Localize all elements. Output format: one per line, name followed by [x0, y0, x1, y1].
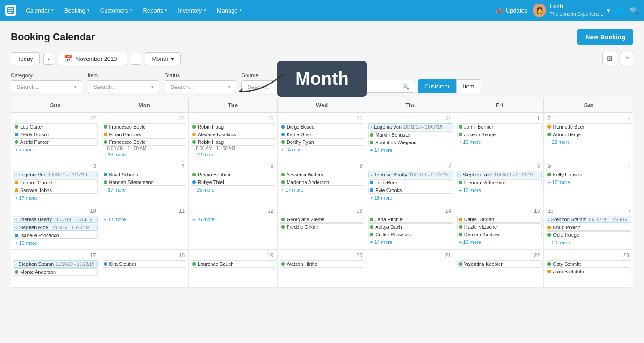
span-booking[interactable]: › Stephon Stamm 11/16/19 - 11/23/19 — [546, 216, 631, 223]
span-booking[interactable]: › Stephen Rice 11/08/19 - 11/13/19 — [457, 171, 542, 178]
list-item[interactable]: Julio Beer — [368, 179, 453, 186]
list-item[interactable]: Georgiana Zieme — [280, 216, 364, 223]
list-item[interactable]: Monte Anderson — [13, 268, 98, 276]
nav-calendar[interactable]: Calendar ▾ — [21, 4, 58, 17]
more-link[interactable]: + 13 more — [102, 151, 187, 158]
list-item[interactable]: Odie Hoeger — [546, 231, 631, 238]
list-item[interactable]: Diego Bosco — [280, 123, 364, 130]
nav-inventory[interactable]: Inventory ▾ — [174, 4, 210, 17]
list-item[interactable]: Robin Haag — [191, 138, 275, 146]
nav-reports[interactable]: Reports ▾ — [139, 4, 172, 17]
list-item[interactable]: Kraig Pollich — [546, 224, 631, 231]
more-link[interactable]: + 16 more — [457, 238, 542, 246]
list-item[interactable]: Valentina Keebler — [457, 260, 542, 268]
list-item[interactable]: Karlie Grant — [280, 131, 364, 138]
list-item[interactable]: Arturo Berge — [546, 131, 631, 138]
list-item[interactable]: Zelda Gibson — [13, 131, 98, 138]
more-link[interactable]: + 13 more — [102, 216, 187, 223]
list-item[interactable]: Alexane Nikolaus — [191, 131, 275, 138]
list-item[interactable]: Hannah Stiedemann — [102, 179, 187, 186]
list-item[interactable]: Francesco Boyle — [102, 123, 187, 130]
more-link[interactable]: + 16 more — [191, 216, 275, 223]
today-button[interactable]: Today — [11, 52, 40, 65]
span-booking[interactable]: ‹ Therese Beatty 11/07/19 - 11/13/19 — [13, 216, 98, 223]
nav-manage[interactable]: Manage ▾ — [212, 4, 246, 17]
span-booking[interactable]: › Therese Beatty 11/07/19 - 11/13/19 — [368, 171, 453, 178]
list-item[interactable]: Karlie Durgan — [457, 216, 542, 223]
list-item[interactable]: Rubye Thiel — [191, 179, 275, 186]
prev-button[interactable]: ‹ — [43, 53, 54, 65]
list-item[interactable]: Joseph Senger — [457, 131, 542, 138]
list-item[interactable]: Marvin Schuster — [368, 131, 453, 138]
list-item[interactable]: Adolphus Wiegand — [368, 139, 453, 146]
new-booking-button[interactable]: New Booking — [577, 29, 633, 45]
source-select[interactable]: Search... ▾ — [242, 80, 313, 93]
status-select[interactable]: Search... ▾ — [165, 80, 236, 93]
globe-icon[interactable]: 🌐 — [615, 6, 624, 15]
more-link[interactable]: + 23 more — [546, 138, 631, 146]
list-item[interactable]: Francesco Boyle — [102, 138, 187, 146]
list-item[interactable]: Kelly Hansen — [546, 171, 631, 178]
more-link[interactable]: + 18 more — [368, 194, 453, 201]
more-link[interactable]: + 17 more — [13, 194, 98, 201]
list-item[interactable]: Freddie O'Kon — [280, 223, 364, 230]
list-item[interactable]: Watson Hirthe — [280, 260, 364, 268]
list-item[interactable]: Elenora Rutherford — [457, 179, 542, 186]
list-item[interactable]: Henriette Beer — [546, 123, 631, 130]
tab-customer[interactable]: Customer — [418, 79, 456, 93]
span-booking[interactable]: ‹ Stephen Rice 11/08/19 - 11/13/19 — [13, 224, 98, 231]
list-item[interactable]: Dorthy Ryan — [280, 138, 364, 146]
view-selector[interactable]: Month ▾ — [145, 52, 180, 65]
span-booking[interactable]: ‹ Eugenia Von 10/31/19 - 11/07/19 — [13, 171, 98, 178]
search-input[interactable] — [324, 83, 399, 90]
more-link[interactable]: + 14 more — [280, 146, 364, 153]
more-link[interactable]: + 16 more — [457, 138, 542, 146]
calendar-view-icon[interactable]: ⊞ — [602, 52, 617, 65]
more-link[interactable]: + 17 more — [546, 179, 631, 186]
list-item[interactable]: Lou Carter — [13, 123, 98, 130]
more-link[interactable]: + 15 more — [191, 186, 275, 193]
list-item[interactable]: Cullen Prosacco — [368, 231, 453, 238]
list-item[interactable]: Isabelle Prosacco — [13, 232, 98, 239]
list-item[interactable]: Robin Haag — [191, 123, 275, 130]
list-item[interactable]: Reyna Beahan — [191, 171, 275, 178]
list-item[interactable]: Leanne Carroll — [13, 179, 98, 186]
tab-item[interactable]: Item — [456, 79, 481, 93]
list-item[interactable]: Ethan Barrows — [102, 131, 187, 138]
more-link[interactable]: + 17 more — [102, 186, 187, 193]
list-item[interactable]: Jana Ritchie — [368, 216, 453, 223]
list-item[interactable]: Evie Crooks — [368, 187, 453, 194]
help-icon[interactable]: ? — [621, 52, 633, 65]
list-item[interactable]: Boyd Schoen — [102, 171, 187, 178]
nav-user[interactable]: 👩 Leah The London Experienc... ▾ — [533, 3, 610, 17]
nav-booking[interactable]: Booking ▾ — [60, 4, 94, 17]
list-item[interactable]: Hazle Nitzsche — [457, 223, 542, 230]
list-item[interactable]: Samara Johns — [13, 187, 98, 194]
list-item[interactable]: Damian Kautzer — [457, 231, 542, 238]
list-item[interactable]: Jamir Bernier — [457, 123, 542, 130]
more-link[interactable]: + 17 more — [280, 186, 364, 193]
nav-customers[interactable]: Customers ▾ — [96, 4, 137, 17]
search-icon[interactable]: 🔍 — [630, 6, 639, 15]
list-item[interactable]: Coty Schmitt — [546, 260, 631, 268]
more-link[interactable]: + 20 more — [546, 239, 631, 246]
more-link[interactable]: + 16 more — [13, 239, 98, 247]
more-link[interactable]: + 14 more — [368, 146, 453, 154]
list-item[interactable]: Astrid Parker — [13, 138, 98, 146]
list-item[interactable]: Aditya Dach — [368, 223, 453, 230]
list-item[interactable]: Julio Bartoletti — [546, 268, 631, 275]
more-link[interactable]: + 7 more — [13, 146, 98, 153]
span-booking[interactable]: › Eugenia Von 10/31/19 - 11/07/19 — [368, 123, 453, 130]
next-button[interactable]: › — [131, 53, 141, 65]
item-select[interactable]: Search... ▾ — [88, 80, 159, 93]
nav-updates[interactable]: 📣 Updates — [496, 7, 527, 14]
more-link[interactable]: + 12 more — [191, 151, 275, 158]
span-booking[interactable]: ‹ Stephon Stamm 11/16/19 - 11/23/19 — [13, 260, 98, 268]
category-select[interactable]: Search... ▾ — [11, 80, 82, 93]
list-item[interactable]: Laurence Bauch — [191, 260, 275, 268]
list-item[interactable]: Madonna Anderson — [280, 179, 364, 186]
more-link[interactable]: + 14 more — [368, 238, 453, 246]
more-link[interactable]: + 16 more — [457, 187, 542, 194]
list-item[interactable]: Yessenia Waters — [280, 171, 364, 178]
list-item[interactable]: Kira Steuber — [102, 260, 187, 268]
